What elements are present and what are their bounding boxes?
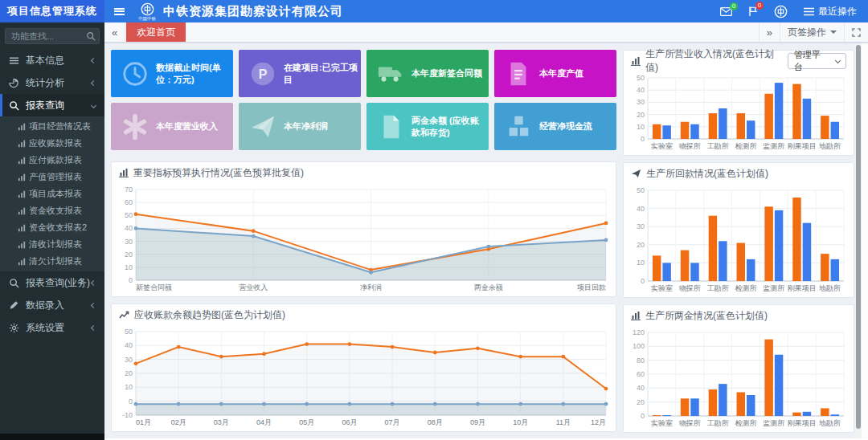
sidebar-item-4[interactable]: 报表查询(业务) (0, 271, 104, 294)
bar-chart-icon (18, 207, 29, 215)
svg-text:0: 0 (641, 277, 645, 285)
stat-tile-4[interactable]: 本年度产值 (494, 50, 616, 97)
svg-text:40: 40 (125, 224, 133, 232)
svg-text:0: 0 (129, 397, 133, 405)
bar-chart-icon (631, 311, 641, 320)
sidebar-subitem[interactable]: 项目经营情况表 (0, 118, 104, 135)
tab-welcome[interactable]: 欢迎首页 (126, 22, 186, 42)
brand-icon[interactable] (774, 5, 788, 18)
panel-title: 应收账款余额趋势图(蓝色为计划值) (134, 308, 285, 322)
sidebar-subitem[interactable]: 产值管理报表 (0, 169, 104, 185)
platform-select[interactable]: 管理平台 (788, 53, 846, 69)
svg-text:实验室: 实验室 (651, 142, 673, 150)
svg-text:10: 10 (125, 263, 133, 271)
svg-text:地勘所: 地勘所 (818, 419, 841, 427)
sidebar-subitem[interactable]: 资金收支报表 (0, 202, 104, 219)
chevron-down-icon (830, 31, 837, 34)
main-area: 中国中铁 中铁资源集团勘察设计有限公司 0 0 最近操作 « 欢迎首页 » (104, 0, 868, 440)
document-icon (505, 60, 532, 88)
svg-text:10: 10 (125, 383, 133, 391)
sidebar-subitem-label: 清收计划报表 (29, 238, 82, 251)
tile-label: 本年度营业收入 (156, 120, 218, 132)
panel-title: 生产所两金情况(蓝色计划值) (645, 309, 768, 323)
file-icon (377, 113, 404, 141)
mail-icon[interactable]: 0 (720, 7, 732, 16)
svg-text:实验室: 实验室 (651, 419, 673, 427)
recent-operations-button[interactable]: 最近操作 (804, 5, 857, 18)
svg-text:40: 40 (637, 384, 645, 392)
svg-text:09月: 09月 (470, 418, 485, 426)
scroll-tabs-right-button[interactable]: » (759, 22, 780, 42)
chevron-down-icon (835, 58, 841, 63)
svg-text:30: 30 (125, 356, 133, 364)
svg-text:P: P (259, 66, 268, 80)
svg-text:120: 120 (633, 328, 645, 336)
stat-tile-1[interactable]: 数据截止时间(单位：万元) (111, 50, 233, 97)
scrollbar-thumb[interactable] (856, 45, 861, 429)
bar-chart-icon (18, 241, 29, 249)
vertical-scrollbar (855, 43, 862, 438)
svg-text:50: 50 (125, 211, 133, 219)
sidebar-item-3[interactable]: 报表查询 (0, 94, 104, 116)
sidebar-item-6[interactable]: 系统设置 (0, 316, 104, 339)
sidebar-subitem-label: 项目成本报表 (29, 188, 82, 200)
stat-tile-6[interactable]: 本年净利润 (239, 103, 361, 150)
app-title: 项目信息管理系统 (0, 0, 104, 22)
flag-icon[interactable]: 0 (748, 6, 758, 16)
sidebar-subitem-label: 产值管理报表 (29, 171, 82, 183)
scroll-tabs-left-button[interactable]: « (104, 22, 125, 42)
stat-tile-5[interactable]: 本年度营业收入 (111, 103, 233, 150)
sidebar-subitem[interactable]: 应收账款报表 (0, 135, 104, 152)
svg-text:01月: 01月 (136, 418, 151, 426)
svg-text:07月: 07月 (385, 418, 400, 426)
chevron-left-icon (91, 302, 96, 308)
pencil-icon (9, 300, 23, 310)
panel-prod-liangjin: 生产所两金情况(蓝色计划值) 020406080100120实验室物探所工勘所检… (623, 304, 854, 433)
svg-text:检测所: 检测所 (735, 419, 757, 427)
search-icon[interactable] (86, 31, 96, 41)
svg-text:70: 70 (125, 185, 133, 194)
sidebar-footer (0, 434, 104, 440)
stat-tile-7[interactable]: 两金余额 (应收账款和存货) (366, 103, 489, 150)
svg-text:20: 20 (125, 369, 133, 377)
paper-plane-icon (249, 113, 276, 141)
search-icon (9, 278, 23, 288)
tab-operations-dropdown[interactable]: 页签操作 (780, 22, 844, 42)
sidebar-subitem[interactable]: 资金收支报表2 (0, 219, 104, 236)
svg-text:30: 30 (637, 98, 645, 106)
menu-toggle-icon[interactable] (114, 8, 125, 15)
list-icon (9, 55, 23, 66)
window-edge (862, 43, 868, 438)
sidebar-subitem[interactable]: 清收计划报表 (0, 236, 104, 253)
stat-tile-8[interactable]: 经营净现金流 (494, 103, 616, 150)
svg-text:新签合同额: 新签合同额 (136, 283, 172, 291)
sidebar-subitem[interactable]: 清欠计划报表 (0, 253, 104, 270)
sidebar-subitem[interactable]: 项目成本报表 (0, 185, 104, 202)
sidebar-item-1[interactable]: 基本信息 (0, 49, 104, 71)
svg-text:06月: 06月 (342, 418, 357, 426)
sidebar-subitem-label: 应付账款报表 (29, 154, 82, 166)
svg-text:50: 50 (125, 328, 133, 336)
sidebar-item-label: 统计分析 (26, 76, 64, 90)
svg-text:项目回款: 项目回款 (577, 283, 606, 291)
sidebar-subitem-label: 应收账款报表 (29, 137, 82, 149)
svg-text:两金余额: 两金余额 (474, 283, 503, 291)
list-icon (804, 7, 814, 16)
chevron-left-icon (91, 79, 96, 85)
sidebar-item-5[interactable]: 数据录入 (0, 294, 104, 316)
svg-text:0: 0 (641, 412, 645, 420)
svg-text:04月: 04月 (256, 418, 272, 426)
sidebar-item-label: 基本信息 (26, 54, 64, 67)
stat-tile-2[interactable]: P在建项目:已完工项目 (239, 50, 361, 97)
stat-tile-3[interactable]: 本年度新签合同额 (366, 50, 489, 97)
svg-text:实验室: 实验室 (651, 284, 673, 292)
sidebar-subitem-label: 清欠计划报表 (29, 255, 82, 267)
svg-text:20: 20 (637, 241, 645, 249)
svg-text:检测所: 检测所 (735, 284, 757, 292)
sidebar-item-2[interactable]: 统计分析 (0, 71, 104, 94)
notice-badge: 0 (755, 2, 764, 10)
svg-text:80: 80 (637, 356, 645, 365)
sidebar-subitem[interactable]: 应付账款报表 (0, 152, 104, 169)
svg-text:刚果项目: 刚果项目 (788, 419, 817, 427)
fullscreen-icon[interactable] (844, 22, 868, 42)
